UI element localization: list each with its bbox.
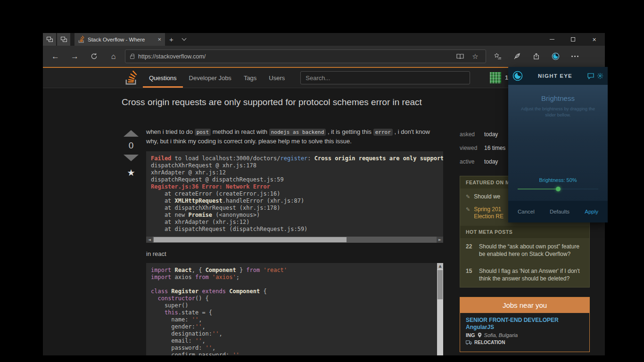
back-button[interactable]: ←	[46, 46, 65, 67]
nighteye-panel: NIGHT EYE Brightness Adjust the brightne…	[508, 67, 608, 222]
chat-button[interactable]	[587, 73, 594, 79]
nav-item-users[interactable]: Users	[263, 68, 291, 88]
job-title-link-2[interactable]: AngularJS	[466, 324, 584, 331]
scroll-left-icon[interactable]: ◄	[146, 237, 153, 243]
tab-close-icon[interactable]: ×	[157, 36, 161, 42]
stat-label: asked	[460, 131, 484, 138]
relocation-icon	[466, 340, 472, 345]
code-line: Failed to load localhost:3000/doctors/re…	[151, 155, 438, 162]
minimize-button[interactable]	[541, 33, 562, 46]
scrollbar-track[interactable]	[153, 237, 437, 243]
nav-item-developer-jobs[interactable]: Developer Jobs	[183, 68, 238, 88]
hub-favorites-button[interactable]	[488, 46, 507, 67]
tab-dropdown-button[interactable]	[178, 33, 190, 46]
share-button[interactable]	[527, 46, 546, 67]
hot-meta-header: HOT META POSTS	[460, 226, 589, 238]
scroll-up-icon[interactable]: ▲	[437, 263, 443, 269]
so-nav-items: QuestionsDeveloper JobsTagsUsers	[143, 68, 291, 88]
vertical-scrollbar[interactable]: ▲	[437, 263, 443, 355]
code-line: at createError (createError.js:16)	[151, 190, 438, 197]
scroll-right-icon[interactable]: ►	[437, 237, 443, 243]
reputation-count[interactable]: 1	[505, 74, 508, 81]
add-favorite-button[interactable]: ☆	[470, 52, 481, 61]
stat-value: today	[484, 131, 498, 138]
tab-preview-button[interactable]	[57, 33, 70, 46]
hot-meta-item[interactable]: 15Should I flag as 'Not an Answer' if I …	[460, 263, 589, 287]
address-bar[interactable]: https://stackoverflow.com/ ☆	[125, 49, 486, 63]
scrollbar-thumb-vertical[interactable]	[438, 270, 443, 299]
home-button[interactable]: ⌂	[104, 46, 123, 67]
minimize-icon	[550, 39, 554, 40]
brightness-description: Adjust the brightness by dragging the sl…	[520, 106, 595, 118]
forward-button[interactable]: →	[65, 46, 84, 67]
hub-star-icon	[494, 53, 502, 60]
new-tab-button[interactable]: +	[165, 33, 178, 46]
cancel-button[interactable]: Cancel	[518, 209, 535, 214]
scrollbar-thumb[interactable]	[154, 237, 347, 242]
more-dots-icon	[571, 56, 579, 57]
hot-meta-items: 22Should the “ask about own post” featur…	[460, 238, 589, 287]
ink-pen-icon	[513, 53, 520, 60]
pencil-icon: ✎	[466, 206, 470, 220]
reading-view-icon	[456, 53, 464, 60]
close-button[interactable]: ×	[584, 33, 605, 46]
search-input[interactable]	[300, 71, 470, 84]
apply-button[interactable]: Apply	[585, 209, 598, 214]
error-log-content: Failed to load localhost:3000/doctors/re…	[146, 151, 443, 237]
nighteye-extension-button[interactable]	[546, 46, 565, 67]
code-line	[151, 281, 432, 288]
code-line: constructor() {	[151, 295, 432, 302]
chat-bubble-icon	[587, 73, 594, 79]
jobs-box: Jobs near you SENIOR FRONT-END DEVELOPER…	[460, 297, 590, 352]
avatar[interactable]	[490, 72, 501, 83]
stackoverflow-logo[interactable]	[125, 71, 137, 85]
settings-button[interactable]	[597, 73, 603, 79]
code-line: password: '',	[151, 345, 432, 352]
react-code-block: import React, { Component } from 'react'…	[146, 263, 443, 355]
job-title-link[interactable]: SENIOR FRONT-END DEVELOPER	[466, 317, 584, 324]
code-line: at XMLHttpRequest.handleError (xhr.js:87…	[151, 197, 438, 205]
stackoverflow-favicon	[78, 36, 84, 43]
browser-tab[interactable]: Stack Overflow - Where ×	[74, 33, 165, 46]
page-title: Cross origin requests are only supported…	[122, 97, 513, 107]
gear-icon	[597, 73, 603, 79]
nav-item-tags[interactable]: Tags	[238, 68, 263, 88]
refresh-button[interactable]	[84, 46, 104, 67]
reading-view-button[interactable]	[454, 53, 466, 60]
downvote-icon[interactable]	[124, 155, 139, 161]
brightness-slider-handle[interactable]	[556, 187, 561, 191]
code-line: import axios from 'axios';	[151, 274, 432, 281]
job-relocation-tag: RELOCATION	[474, 340, 505, 345]
horizontal-scrollbar[interactable]: ◄ ►	[146, 237, 443, 243]
browser-toolbar: ← → ⌂ https://stackoverflow.com/ ☆	[43, 46, 605, 67]
hot-meta-item[interactable]: 22Should the “ask about own post” featur…	[460, 238, 589, 263]
code-line: this.state = {	[151, 309, 432, 316]
nighteye-logo-icon	[512, 71, 523, 81]
more-actions-button[interactable]	[565, 46, 585, 67]
nav-item-questions[interactable]: Questions	[143, 68, 183, 88]
nighteye-body: Brightness Adjust the brightness by drag…	[508, 85, 608, 201]
stat-label: viewed	[460, 145, 484, 151]
toolbar-right-icons	[488, 46, 585, 67]
code-line: import React, { Component } from 'react'	[151, 267, 432, 274]
lock-icon	[130, 56, 134, 59]
maximize-button[interactable]	[562, 33, 584, 46]
home-icon: ⌂	[111, 52, 116, 61]
code-line: dispatchXhrRequest @ xhr.js:178	[151, 162, 438, 169]
brightness-slider[interactable]	[518, 189, 598, 189]
defaults-button[interactable]: Defaults	[550, 209, 570, 214]
share-icon	[533, 53, 540, 60]
nighteye-title: NIGHT EYE	[526, 73, 585, 79]
maximize-icon	[571, 37, 575, 41]
code-line: dispatchRequest @ dispatchRequest.js:59	[151, 176, 438, 183]
upvote-icon[interactable]	[124, 130, 139, 137]
favorite-star-icon[interactable]: ★	[127, 168, 135, 177]
url-text[interactable]: https://stackoverflow.com/	[138, 53, 451, 60]
web-notes-button[interactable]	[507, 46, 527, 67]
pencil-icon: ✎	[466, 193, 470, 200]
tabs-set-aside-button[interactable]	[43, 33, 56, 46]
brightness-slider-fill	[518, 189, 558, 189]
code-line: Register.js:36 Error: Network Error	[151, 183, 438, 190]
star-icon: ☆	[472, 52, 478, 61]
hot-score: 15	[466, 267, 474, 282]
